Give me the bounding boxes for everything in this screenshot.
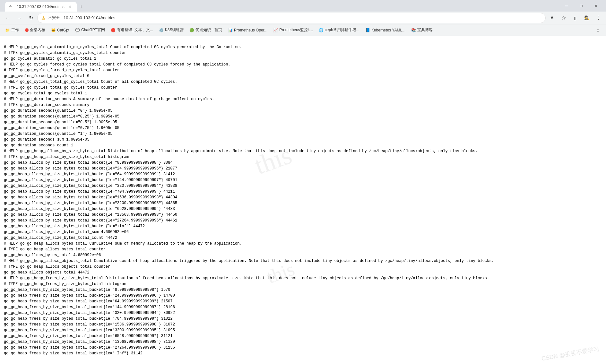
title-bar: ⚠ 10.31.200.103:9104/metrics ✕ + ─ □ ✕ bbox=[0, 0, 606, 12]
content-line: go_gc_heap_frees_by_size_bytes_total_buc… bbox=[4, 305, 175, 309]
content-line: # TYPE go_gc_heap_allocs_by_size_bytes_t… bbox=[4, 155, 129, 159]
bookmark-prometheus-oper-label: Prometheus Oper... bbox=[234, 28, 267, 32]
maximize-button[interactable]: □ bbox=[574, 0, 589, 12]
content-line: go_gc_duration_seconds_sum 1.9095e-05 bbox=[4, 137, 89, 142]
content-line: # TYPE go_gc_cycles_automatic_gc_cycles_… bbox=[4, 51, 126, 55]
sidebar-button[interactable]: ▯ bbox=[570, 13, 580, 23]
content-line: go_gc_heap_allocs_objects_total 44472 bbox=[4, 270, 89, 275]
close-button[interactable]: ✕ bbox=[589, 0, 603, 12]
bookmark-ceph-icon: 🌐 bbox=[319, 28, 324, 32]
content-line: go_gc_heap_allocs_by_size_bytes_total_bu… bbox=[4, 160, 173, 165]
new-tab-button[interactable]: + bbox=[77, 3, 86, 12]
address-bar[interactable]: ⚠ 不安全 10.31.200.103:9104/metrics bbox=[37, 13, 546, 23]
content-line: go_gc_heap_frees_by_size_bytes_total_buc… bbox=[4, 340, 175, 344]
content-line: go_gc_heap_allocs_by_size_bytes_total_bu… bbox=[4, 172, 175, 177]
content-line: go_gc_heap_allocs_by_size_bytes_total_bu… bbox=[4, 166, 177, 171]
content-line: go_gc_duration_seconds{quantile="0.5"} 1… bbox=[4, 120, 117, 125]
content-line: go_gc_heap_frees_by_size_bytes_total_buc… bbox=[4, 351, 143, 356]
content-line: go_gc_heap_allocs_by_size_bytes_total_bu… bbox=[4, 178, 177, 182]
bookmark-youdianzhi[interactable]: 🟢 优点知识 - 首页 bbox=[187, 26, 225, 34]
content-line: go_gc_duration_seconds{quantile="1"} 1.9… bbox=[4, 132, 112, 136]
menu-button[interactable]: ⋮ bbox=[593, 13, 603, 23]
bookmark-k8s[interactable]: ⚙️ K8S训练营 bbox=[156, 26, 186, 34]
bookmark-baodian-icon: 📚 bbox=[411, 28, 416, 32]
content-line: go_gc_heap_allocs_by_size_bytes_total_su… bbox=[4, 230, 129, 234]
content-line: # HELP go_gc_heap_frees_by_size_bytes_to… bbox=[4, 276, 489, 281]
content-line: go_gc_heap_frees_by_size_bytes_total_buc… bbox=[4, 293, 175, 298]
url-text: 10.31.200.103:9104/metrics bbox=[64, 15, 541, 20]
content-line: go_gc_heap_allocs_by_size_bytes_total_bu… bbox=[4, 189, 175, 194]
bookmark-youdianzhi-icon: 🟢 bbox=[189, 28, 194, 32]
content-line: go_gc_cycles_automatic_gc_cycles_total 1 bbox=[4, 56, 96, 61]
content-line: # HELP go_gc_heap_allocs_by_size_bytes_t… bbox=[4, 149, 478, 153]
content-line: go_gc_heap_allocs_by_size_bytes_total_bu… bbox=[4, 207, 175, 211]
content-line: go_gc_heap_frees_by_size_bytes_total_buc… bbox=[4, 316, 173, 321]
content-line: # HELP go_gc_heap_allocs_bytes_total Cum… bbox=[4, 241, 242, 246]
bookmark-quannei[interactable]: 🔴 全部内核 bbox=[22, 26, 48, 34]
bookmark-prometheus-oper-icon: 📊 bbox=[228, 28, 233, 32]
content-line: go_gc_heap_allocs_bytes_total 4.680992e+… bbox=[4, 253, 101, 257]
nav-bar: ← → ↻ ⚠ 不安全 10.31.200.103:9104/metrics A… bbox=[0, 12, 606, 24]
star-button[interactable]: ☆ bbox=[558, 13, 569, 23]
bookmark-chatgpt-icon: 💬 bbox=[75, 28, 80, 32]
content-line: go_gc_cycles_forced_gc_cycles_total 0 bbox=[4, 74, 89, 78]
content-line: go_gc_duration_seconds{quantile="0"} 1.9… bbox=[4, 108, 112, 113]
bookmark-baodian-label: 宝典博客 bbox=[417, 27, 433, 33]
bookmarks-more-button[interactable]: » bbox=[593, 25, 603, 35]
content-line: # TYPE go_gc_heap_allocs_bytes_total cou… bbox=[4, 247, 106, 252]
content-line: go_gc_duration_seconds{quantile="0.75"} … bbox=[4, 126, 119, 130]
content-line: go_gc_duration_seconds{quantile="0.25"} … bbox=[4, 114, 119, 119]
bookmark-ceph-label: ceph常用排错手段... bbox=[325, 27, 359, 33]
bookmark-baodian[interactable]: 📚 宝典博客 bbox=[409, 26, 435, 34]
content-line: go_gc_heap_allocs_by_size_bytes_total_bu… bbox=[4, 212, 177, 217]
bookmark-youdao-label: 有道翻译_文本、文... bbox=[117, 27, 153, 33]
incognito-button[interactable]: 🕵 bbox=[582, 13, 592, 23]
bookmark-youdianzhi-label: 优点知识 - 首页 bbox=[195, 27, 222, 33]
content-line: go_gc_heap_allocs_by_size_bytes_total_bu… bbox=[4, 224, 145, 229]
content-line: go_gc_heap_allocs_by_size_bytes_total_bu… bbox=[4, 201, 177, 205]
bookmark-prometheus-jiank[interactable]: 📈 Prometheus监控k... bbox=[271, 26, 316, 34]
content-line: go_gc_heap_allocs_by_size_bytes_total_co… bbox=[4, 236, 117, 240]
content-line: go_gc_heap_frees_by_size_bytes_total_buc… bbox=[4, 334, 173, 338]
bookmark-k8s-icon: ⚙️ bbox=[159, 28, 164, 32]
bookmark-youdao-icon: 🔴 bbox=[111, 28, 116, 32]
content-line: # HELP go_gc_duration_seconds A summary … bbox=[4, 97, 214, 101]
bookmark-catgpt-label: CatGpt bbox=[57, 28, 69, 32]
forward-button[interactable]: → bbox=[14, 13, 24, 23]
content-line: # HELP go_gc_cycles_total_gc_cycles_tota… bbox=[4, 80, 177, 84]
bookmark-gongzuo[interactable]: 📁 工作 bbox=[3, 26, 22, 34]
content-line: # TYPE go_gc_cycles_total_gc_cycles_tota… bbox=[4, 85, 117, 90]
content-line: # TYPE go_gc_duration_seconds summary bbox=[4, 103, 89, 107]
bookmark-prometheus-oper[interactable]: 📊 Prometheus Oper... bbox=[225, 27, 270, 34]
content-line: go_gc_duration_seconds_count 1 bbox=[4, 143, 73, 148]
active-tab[interactable]: ⚠ 10.31.200.103:9104/metrics ✕ bbox=[5, 2, 77, 12]
bookmark-chatgpt[interactable]: 💬 ChatGPT官网 bbox=[73, 26, 108, 34]
security-label: 不安全 bbox=[48, 15, 60, 21]
back-button[interactable]: ← bbox=[3, 13, 13, 23]
content-line: go_gc_heap_frees_by_size_bytes_total_buc… bbox=[4, 345, 175, 350]
content-line: go_gc_heap_frees_by_size_bytes_total_buc… bbox=[4, 328, 175, 333]
bookmark-youdao[interactable]: 🔴 有道翻译_文本、文... bbox=[108, 26, 156, 34]
tab-bar: ⚠ 10.31.200.103:9104/metrics ✕ + ─ □ ✕ bbox=[3, 0, 603, 12]
tab-favicon: ⚠ bbox=[9, 4, 14, 9]
content-line: # HELP go_gc_cycles_forced_gc_cycles_tot… bbox=[4, 62, 230, 67]
bookmark-ceph[interactable]: 🌐 ceph常用排错手段... bbox=[316, 26, 362, 34]
minimize-button[interactable]: ─ bbox=[559, 0, 574, 12]
refresh-button[interactable]: ↻ bbox=[26, 13, 36, 23]
bookmarks-bar: 📁 工作 🔴 全部内核 🐱 CatGpt 💬 ChatGPT官网 🔴 有道翻译_… bbox=[0, 24, 606, 36]
bookmark-k8s-yaml[interactable]: 📘 Kubernetes YAML... bbox=[363, 27, 408, 34]
content-line: go_gc_heap_frees_by_size_bytes_total_buc… bbox=[4, 322, 175, 327]
tab-title: 10.31.200.103:9104/metrics bbox=[17, 4, 65, 9]
translate-button[interactable]: A bbox=[547, 13, 557, 23]
bookmark-prometheus-jiank-icon: 📈 bbox=[273, 28, 278, 32]
bookmark-catgpt-icon: 🐱 bbox=[51, 28, 56, 32]
bookmark-k8s-label: K8S训练营 bbox=[165, 27, 184, 33]
content-line: go_gc_heap_allocs_by_size_bytes_total_bu… bbox=[4, 195, 177, 200]
bookmark-catgpt[interactable]: 🐱 CatGpt bbox=[48, 27, 72, 34]
content-line: # TYPE go_gc_heap_frees_by_size_bytes_to… bbox=[4, 282, 126, 286]
bookmark-quannei-label: 全部内核 bbox=[30, 27, 45, 33]
content-line: go_gc_cycles_total_gc_cycles_total 1 bbox=[4, 91, 87, 96]
content-line: # TYPE go_gc_cycles_forced_gc_cycles_tot… bbox=[4, 68, 119, 73]
tab-close-button[interactable]: ✕ bbox=[67, 4, 73, 10]
bookmark-gongzuo-icon: 📁 bbox=[5, 28, 10, 32]
